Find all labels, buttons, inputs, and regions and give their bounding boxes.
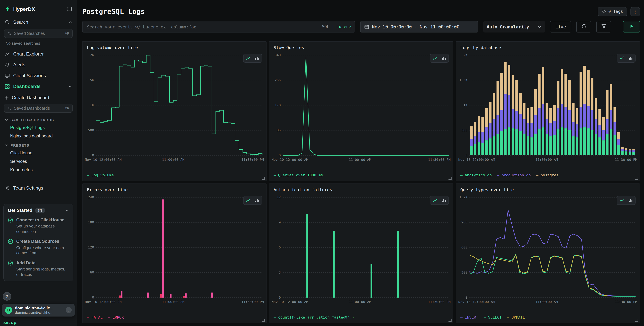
filter-icon (602, 24, 606, 30)
resize-handle[interactable] (262, 177, 265, 180)
chart-panel: Log volume over time 05001K1.5K2KNov 10 … (82, 41, 266, 181)
chart-title: Log volume over time (87, 45, 138, 50)
resize-handle[interactable] (448, 177, 452, 180)
bar-chart-toggle-button[interactable] (440, 55, 448, 62)
shortcut-badge: ⌘K (65, 31, 70, 36)
svg-text:12: 12 (277, 195, 281, 199)
event-search-box[interactable]: SQL | Lucene (82, 21, 355, 33)
search-icon (8, 106, 12, 110)
sidebar-item-postgresql-logs[interactable]: PostgreSQL Logs (0, 123, 77, 132)
run-query-button[interactable] (623, 21, 640, 33)
lucene-toggle[interactable]: Lucene (336, 24, 351, 29)
help-button[interactable]: ? (3, 292, 11, 301)
svg-text:Nov 10 12:00:00 AM: Nov 10 12:00:00 AM (272, 300, 308, 304)
saved-dashboards-section-header[interactable]: SAVED DASHBOARDS (0, 115, 77, 123)
tag-icon (602, 9, 606, 14)
sql-toggle[interactable]: SQL (322, 24, 329, 29)
chart-title: Logs by database (460, 45, 501, 50)
chart-title: Query types over time (460, 187, 514, 192)
chart-panel: Errors over time 060120180240Nov 10 12:0… (82, 183, 266, 323)
presets-section-header[interactable]: PRESETS (0, 140, 77, 149)
sidebar-item-label: Alerts (13, 62, 25, 67)
get-started-item[interactable]: Connect to ClickHouse Set up your databa… (8, 217, 69, 234)
chart-legend: — Queries over 1000 ms (274, 173, 323, 177)
sidebar-item-client-sessions[interactable]: Client Sessions (0, 70, 77, 81)
sidebar-item-clickhouse[interactable]: ClickHouse (0, 149, 77, 157)
bar-chart-toggle-button[interactable] (626, 197, 634, 204)
user-menu[interactable]: D dominic.tran@clic... dominic.tran@clic… (2, 304, 75, 316)
sidebar-item-dashboards[interactable]: Dashboards (0, 81, 77, 92)
sidebar-item-nginx-dashboard[interactable]: Nginx logs dashboard (0, 132, 77, 140)
chart-title: Slow Queries (274, 45, 304, 50)
resize-handle[interactable] (635, 319, 638, 322)
line-chart-toggle-button[interactable] (618, 55, 626, 62)
sidebar-item-kubernetes[interactable]: Kubernetes (0, 166, 77, 174)
resize-handle[interactable] (635, 177, 638, 180)
chevron-up-icon[interactable] (65, 208, 69, 212)
svg-text:Nov 10 12:00:00 AM: Nov 10 12:00:00 AM (458, 158, 495, 162)
chevron-down-icon (5, 144, 8, 147)
filter-button[interactable] (596, 21, 611, 33)
chart-plot: 03006009001.2KNov 10 12:00:00 AM11:00:00… (458, 193, 638, 305)
bar-chart-toggle-button[interactable] (253, 55, 261, 62)
saved-dashboards-placeholder: Saved Dashboards (14, 106, 50, 111)
app-name: HyperDX (13, 6, 35, 12)
tags-button[interactable]: 0 Tags (598, 7, 627, 16)
bar-chart-toggle-button[interactable] (626, 55, 634, 62)
sidebar-item-search[interactable]: Search (0, 17, 77, 28)
saved-dashboards-input[interactable]: Saved Dashboards ⌘K (4, 104, 73, 113)
svg-text:60: 60 (90, 270, 94, 274)
sidebar-item-services[interactable]: Services (0, 157, 77, 166)
search-input[interactable] (86, 24, 319, 30)
granularity-select[interactable]: Auto Granularity (483, 21, 545, 33)
bar-chart-toggle-button[interactable] (440, 197, 448, 204)
svg-text:11:00:00 AM: 11:00:00 AM (162, 300, 184, 304)
chart-plot: 085170255340Nov 10 12:00:00 AM11:00:00 A… (271, 51, 451, 163)
avatar: D (5, 306, 12, 314)
time-range-picker[interactable]: Nov 10 00:00:00 - Nov 11 00:00:00 (360, 21, 478, 33)
time-range-value: Nov 10 00:00:00 - Nov 11 00:00:00 (372, 24, 460, 29)
hyperdx-logo-icon (5, 6, 10, 12)
sidebar-item-team-settings[interactable]: Team Settings (0, 182, 77, 194)
play-icon (629, 24, 634, 30)
more-options-button[interactable]: ⋮ (630, 7, 640, 16)
create-dashboard-button[interactable]: Create Dashboard (0, 92, 77, 102)
resize-handle[interactable] (448, 319, 452, 322)
svg-text:300: 300 (461, 270, 468, 274)
get-started-item[interactable]: Create Data Sources Configure where your… (8, 239, 69, 256)
line-chart-toggle-button[interactable] (431, 55, 439, 62)
svg-text:1K: 1K (464, 103, 468, 107)
collapse-sidebar-icon[interactable] (67, 7, 72, 12)
sidebar-item-chart-explorer[interactable]: Chart Explorer (0, 48, 77, 59)
resize-handle[interactable] (262, 319, 265, 322)
bar-chart-toggle-button[interactable] (253, 197, 261, 204)
refresh-button[interactable] (576, 21, 592, 33)
line-chart-toggle-button[interactable] (431, 197, 439, 204)
line-chart-toggle-button[interactable] (244, 55, 252, 62)
svg-text:11:30:00 PM: 11:30:00 PM (242, 300, 264, 304)
svg-text:340: 340 (275, 53, 281, 57)
svg-text:6: 6 (279, 245, 281, 249)
plus-icon (5, 96, 9, 100)
svg-text:0: 0 (92, 295, 94, 299)
line-chart-toggle-button[interactable] (244, 197, 252, 204)
svg-text:900: 900 (461, 220, 468, 224)
chart-title: Authentication failures (274, 187, 332, 192)
saved-searches-input[interactable]: Saved Searches ⌘K (4, 29, 73, 38)
svg-text:500: 500 (461, 128, 468, 132)
chart-toolbar (243, 196, 262, 205)
live-button[interactable]: Live (550, 21, 572, 33)
legend-entry: — countIf(like(arr..ation failed%')) (274, 315, 354, 319)
setup-link[interactable]: set up. (4, 320, 18, 325)
sidebar-item-alerts[interactable]: Alerts (0, 59, 77, 70)
line-chart-toggle-button[interactable] (618, 197, 626, 204)
legend-entry: — FATAL (87, 315, 103, 319)
user-name: dominic.tran@clic... (15, 306, 63, 310)
chart-panel: Query types over time 03006009001.2KNov … (456, 183, 640, 323)
legend-entry: — postgres (536, 173, 558, 177)
chart-legend: — Log volume (87, 173, 114, 177)
svg-text:0: 0 (466, 153, 468, 157)
search-icon (5, 20, 10, 25)
get-started-item[interactable]: Add Data Start sending logs, metrics, or… (8, 260, 69, 277)
chart-panel: Slow Queries 085170255340Nov 10 12:00:00… (269, 41, 453, 181)
